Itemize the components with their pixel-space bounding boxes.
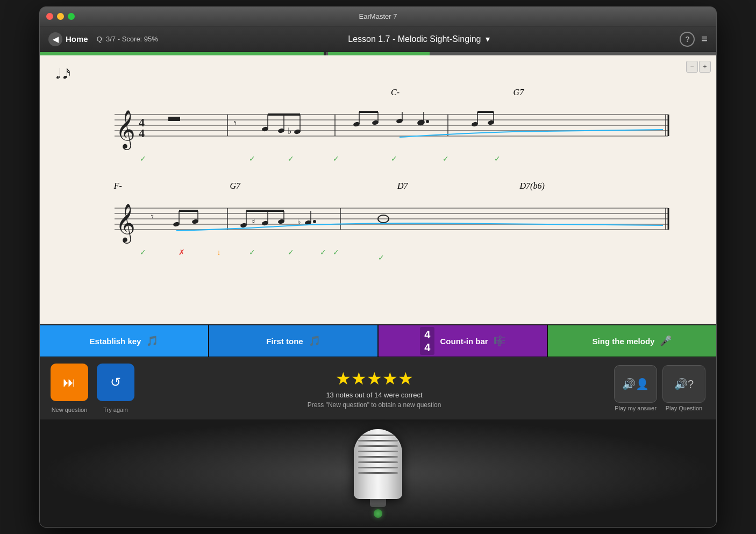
help-button[interactable]: ? xyxy=(680,32,695,47)
home-button[interactable]: ◀ Home xyxy=(48,32,88,46)
minimize-button[interactable] xyxy=(57,13,64,20)
play-question-label: Play Question xyxy=(666,405,702,411)
title-bar: EarMaster 7 xyxy=(40,7,716,26)
zoom-controls: − + xyxy=(686,61,711,73)
first-tone-icon: 🎵 xyxy=(309,335,320,347)
svg-text:𝄾: 𝄾 xyxy=(151,215,154,219)
svg-rect-8 xyxy=(168,117,180,121)
stars-display: ★★★★★ xyxy=(336,368,413,389)
sheet-area: − + 𝅗𝅥. 𝅘𝅥𝅯𝅘𝅥𝅯 C- G7 𝄞 4 4 xyxy=(40,55,716,324)
score-center: ★★★★★ 13 notes out of 14 were correct Pr… xyxy=(143,368,605,409)
score-display: Q: 3/7 - Score: 95% xyxy=(97,35,158,43)
svg-point-28 xyxy=(426,120,429,123)
count-in-button[interactable]: 4 4 Count-in bar 🎼 xyxy=(379,325,547,357)
svg-text:♭: ♭ xyxy=(297,218,301,226)
header-icons: ? ≡ xyxy=(680,32,708,47)
chord-fm: F- xyxy=(114,181,122,191)
first-tone-label: First tone xyxy=(266,337,303,346)
close-button[interactable] xyxy=(46,13,53,20)
score-hint: Press "New question" to obtain a new que… xyxy=(308,401,441,409)
count-in-icon: 🎼 xyxy=(494,335,505,347)
window-title: EarMaster 7 xyxy=(359,12,397,20)
new-question-button[interactable]: ⏭ xyxy=(51,364,88,401)
staff-svg-2: 𝄞 𝄾 ♯ ♭ xyxy=(56,197,700,246)
next-icon: ⏭ xyxy=(63,375,76,390)
staff-row-2: 𝄞 𝄾 ♯ ♭ xyxy=(56,197,700,263)
results-row: ⏭ New question ↺ Try again ★★★★★ 13 note… xyxy=(40,357,716,419)
header-bar: ◀ Home Q: 3/7 - Score: 95% Lesson 1.7 - … xyxy=(40,26,716,52)
svg-text:♭: ♭ xyxy=(288,126,292,136)
chord-d7b6: D7(b6) xyxy=(520,181,545,191)
count-in-time-sig: 4 4 xyxy=(420,327,434,355)
mic-grill xyxy=(358,435,398,474)
play-my-answer-button[interactable]: 🔊👤 xyxy=(614,365,657,403)
menu-button[interactable]: ≡ xyxy=(701,33,708,45)
chord-g72: G7 xyxy=(230,181,240,191)
count-in-label: Count-in bar xyxy=(440,337,488,346)
chord-labels-row2: F- G7 D7 D7(b6) xyxy=(56,181,700,196)
svg-text:♯: ♯ xyxy=(252,218,255,226)
establish-key-label: Establish key xyxy=(90,337,141,346)
traffic-lights xyxy=(46,13,75,20)
chord-labels-row1: C- G7 xyxy=(56,88,700,103)
svg-text:𝄞: 𝄞 xyxy=(116,204,135,244)
svg-text:4: 4 xyxy=(139,126,145,140)
chord-d7: D7 xyxy=(397,181,408,191)
checkmarks-row2: ✓ ✗ ↓ ✓ ✓ ✓ ✓ ✓ xyxy=(56,248,700,263)
svg-point-61 xyxy=(313,220,316,223)
sing-icon: 🎤 xyxy=(660,335,672,347)
establish-key-icon: 🎵 xyxy=(146,335,158,347)
svg-text:𝄾: 𝄾 xyxy=(234,121,237,125)
play-question-button[interactable]: 🔊? xyxy=(662,365,705,403)
mic-base xyxy=(370,499,386,507)
svg-text:𝄞: 𝄞 xyxy=(116,110,135,151)
score-note: 13 notes out of 14 were correct xyxy=(326,391,422,399)
checkmarks-row1: ✓ ✓ ✓ ✓ ✓ ✓ ✓ xyxy=(56,154,700,165)
app-window: EarMaster 7 ◀ Home Q: 3/7 - Score: 95% L… xyxy=(39,6,717,528)
speaker-question-icon: 🔊? xyxy=(674,378,694,390)
mic-body xyxy=(354,429,402,499)
staff-svg-1: 𝄞 4 4 𝄾 ♭ xyxy=(56,104,700,152)
retry-icon: ↺ xyxy=(110,375,121,390)
speaker-person-icon: 🔊👤 xyxy=(622,378,649,390)
sing-melody-label: Sing the melody xyxy=(593,337,655,346)
mic-button[interactable] xyxy=(374,509,382,518)
zoom-out-button[interactable]: − xyxy=(686,61,698,73)
mic-area xyxy=(40,419,716,527)
zoom-in-button[interactable]: + xyxy=(699,61,711,73)
sing-melody-button[interactable]: Sing the melody 🎤 xyxy=(548,325,716,357)
microphone xyxy=(354,429,402,518)
try-again-label: Try again xyxy=(103,407,127,413)
play-answer-label: Play my answer xyxy=(615,405,657,411)
staff-row-1: 𝄞 4 4 𝄾 ♭ xyxy=(56,104,700,165)
action-row: Establish key 🎵 First tone 🎵 4 4 Count-i… xyxy=(40,324,716,357)
chord-g7: G7 xyxy=(513,88,524,97)
rhythm-symbols: 𝅗𝅥. 𝅘𝅥𝅯𝅘𝅥𝅯 xyxy=(56,66,700,82)
play-buttons: 🔊👤 Play my answer 🔊? Play Question xyxy=(614,365,705,411)
back-arrow-icon: ◀ xyxy=(48,32,62,46)
chord-cm: C- xyxy=(391,88,400,97)
establish-key-button[interactable]: Establish key 🎵 xyxy=(40,325,208,357)
new-question-label: New question xyxy=(52,407,88,413)
first-tone-button[interactable]: First tone 🎵 xyxy=(209,325,377,357)
maximize-button[interactable] xyxy=(68,13,75,20)
try-again-button[interactable]: ↺ xyxy=(97,364,134,401)
lesson-title: Lesson 1.7 - Melodic Sight-Singing ▾ xyxy=(167,34,671,44)
